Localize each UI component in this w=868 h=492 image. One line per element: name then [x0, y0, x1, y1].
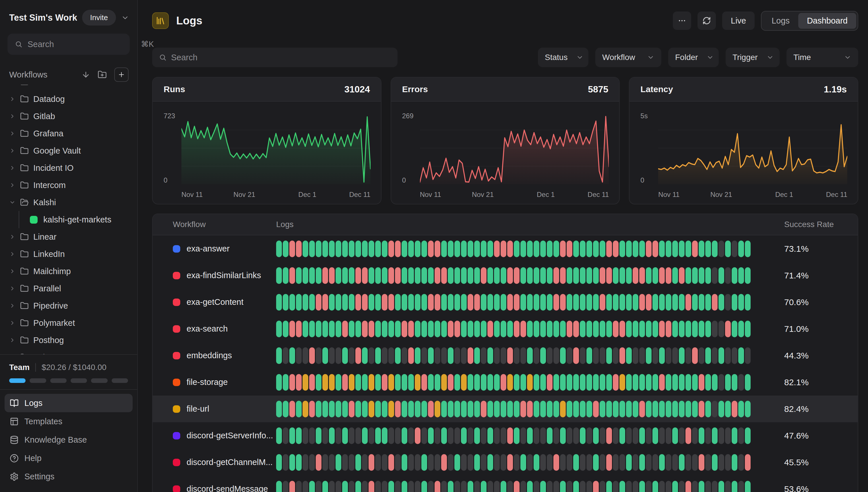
more-options-button[interactable]	[673, 11, 691, 30]
sidebar-item-settings[interactable]: Settings	[5, 467, 132, 486]
log-bar	[553, 321, 559, 337]
table-row-discord-getserverinfo-[interactable]: discord-getServerInfo... 47.6%	[153, 422, 858, 449]
import-arrow-down-icon[interactable]	[81, 70, 90, 79]
sidebar-item-help[interactable]: Help	[5, 449, 132, 467]
log-bar	[435, 374, 440, 391]
log-bar	[712, 347, 718, 364]
log-bar	[745, 294, 751, 311]
log-bar	[421, 401, 427, 417]
view-tab-logs[interactable]: Logs	[763, 13, 798, 29]
folder-item-pipedrive[interactable]: Pipedrive	[9, 297, 137, 314]
live-button[interactable]: Live	[722, 11, 754, 30]
log-bar	[725, 321, 731, 337]
workflow-status-dot	[173, 485, 180, 492]
logs-search[interactable]	[152, 48, 398, 67]
log-bar	[474, 321, 480, 337]
log-bar	[567, 321, 572, 337]
table-row-exa-answer[interactable]: exa-answer 73.1%	[153, 236, 858, 262]
filter-dropdown-status[interactable]: Status	[538, 48, 589, 67]
log-bar	[388, 241, 394, 257]
folder-item-pylon[interactable]: Pylon	[9, 349, 137, 354]
chevron-icon	[9, 320, 16, 326]
folder-item-incident-io[interactable]: Incident IO	[9, 159, 137, 176]
folder-item-datadog[interactable]: Datadog	[9, 91, 137, 108]
log-bar	[342, 427, 348, 444]
folder-item-parallel[interactable]: Parallel	[9, 280, 137, 297]
log-bar	[435, 427, 440, 444]
table-row-file-storage[interactable]: file-storage 82.1%	[153, 369, 858, 396]
log-bar	[474, 454, 480, 471]
sidebar-item-knowledge-base[interactable]: Knowledge Base	[5, 430, 132, 449]
folder-item-gitlab[interactable]: Gitlab	[9, 108, 137, 125]
log-bar	[659, 427, 665, 444]
folder-item-posthog[interactable]: Posthog	[9, 331, 137, 349]
x-tick-label: Nov 21	[711, 191, 732, 199]
log-bar	[501, 401, 506, 417]
refresh-button[interactable]	[697, 11, 716, 30]
sidebar-search-input[interactable]	[28, 40, 136, 49]
invite-button[interactable]: Invite	[82, 10, 116, 26]
folder-item-linear[interactable]: Linear	[9, 228, 137, 245]
log-bar	[560, 267, 566, 284]
page-title: Logs	[176, 15, 673, 27]
table-row-file-url[interactable]: file-url 82.4%	[153, 396, 858, 422]
folder-item-intercom[interactable]: Intercom	[9, 176, 137, 194]
log-bar	[507, 347, 513, 364]
log-bar	[514, 481, 520, 492]
workflow-name: file-url	[187, 404, 209, 414]
log-bar	[540, 241, 546, 257]
log-bar	[712, 427, 718, 444]
log-bar	[547, 294, 552, 311]
log-bar	[481, 481, 487, 492]
log-bar	[454, 294, 460, 311]
filter-dropdown-folder[interactable]: Folder	[668, 48, 719, 67]
folder-item-polymarket[interactable]: Polymarket	[9, 314, 137, 331]
folder-item-google-vault[interactable]: Google Vault	[9, 142, 137, 159]
success-rate-value: 47.6%	[784, 431, 838, 441]
view-tab-dashboard[interactable]: Dashboard	[798, 13, 856, 29]
workspace-chevron-down-icon[interactable]	[121, 14, 129, 22]
workflow-name: discord-sendMessage	[187, 484, 268, 492]
folder-item-grafana[interactable]: Grafana	[9, 125, 137, 142]
log-bar	[646, 454, 651, 471]
log-bar	[309, 267, 315, 284]
stat-card-title: Latency	[640, 84, 673, 94]
log-bar	[276, 321, 282, 337]
table-row-embeddings[interactable]: embeddings 44.3%	[153, 342, 858, 369]
workspace-name[interactable]: Test Sim's Works...	[9, 13, 77, 23]
sidebar-search[interactable]: ⌘K	[7, 33, 130, 55]
chevron-icon	[9, 199, 16, 205]
table-row-exa-getcontent[interactable]: exa-getContent 70.6%	[153, 289, 858, 316]
log-bar	[547, 241, 552, 257]
success-rate-value: 71.4%	[784, 271, 838, 280]
filter-dropdown-trigger[interactable]: Trigger	[726, 48, 779, 67]
log-bar	[646, 267, 651, 284]
log-bar	[283, 294, 289, 311]
log-bar	[672, 321, 678, 337]
table-row-discord-sendmessage[interactable]: discord-sendMessage 53.6%	[153, 476, 858, 492]
add-workflow-button[interactable]	[114, 68, 129, 82]
log-bar	[382, 294, 388, 311]
sidebar-item-logs[interactable]: Logs	[5, 394, 132, 412]
log-bar	[600, 454, 605, 471]
sidebar-item-templates[interactable]: Templates	[5, 412, 132, 430]
folder-item-linkedin[interactable]: LinkedIn	[9, 245, 137, 263]
log-bar	[355, 321, 361, 337]
table-row-exa-search[interactable]: exa-search 71.0%	[153, 316, 858, 342]
filter-dropdown-workflow[interactable]: Workflow	[595, 48, 661, 67]
new-folder-icon[interactable]	[98, 70, 107, 79]
workflow-list-item[interactable]: kalshi-get-markets	[9, 211, 137, 228]
book-open-icon	[10, 399, 19, 408]
filter-dropdown-time[interactable]: Time	[787, 48, 858, 67]
log-bar	[573, 241, 579, 257]
folder-item-mailchimp[interactable]: Mailchimp	[9, 263, 137, 280]
folder-item-kalshi[interactable]: Kalshi	[9, 194, 137, 211]
log-bar	[349, 347, 354, 364]
log-bar	[283, 481, 289, 492]
log-bar	[745, 454, 751, 471]
table-row-exa-findsimilarlinks[interactable]: exa-findSimilarLinks 71.4%	[153, 262, 858, 289]
folder-item-partial[interactable]	[9, 85, 137, 91]
logs-search-input[interactable]	[171, 53, 391, 62]
log-bar	[481, 454, 487, 471]
table-row-discord-getchannelm-[interactable]: discord-getChannelM... 45.5%	[153, 449, 858, 476]
